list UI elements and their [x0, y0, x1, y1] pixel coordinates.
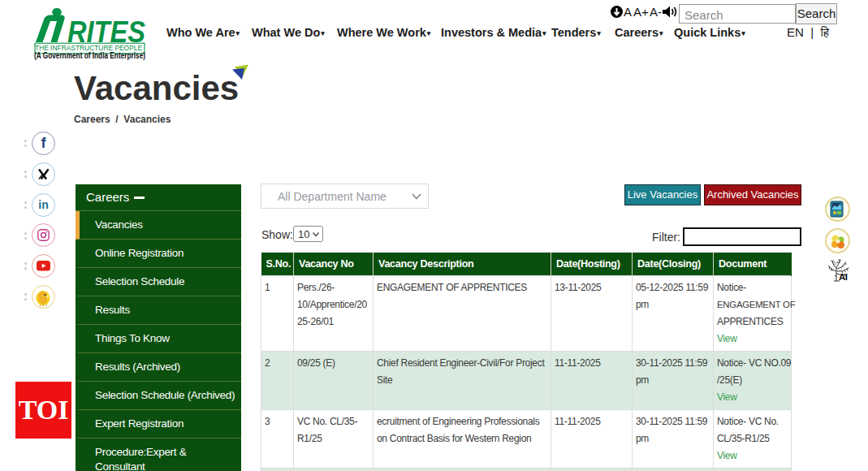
- svg-text:AI: AI: [839, 272, 848, 282]
- svg-text:(A Government of India Enterpr: (A Government of India Enterprise): [34, 51, 145, 60]
- svg-text:A+: A+: [633, 5, 649, 19]
- svg-text:A: A: [624, 5, 632, 19]
- svg-text:A-: A-: [650, 5, 662, 19]
